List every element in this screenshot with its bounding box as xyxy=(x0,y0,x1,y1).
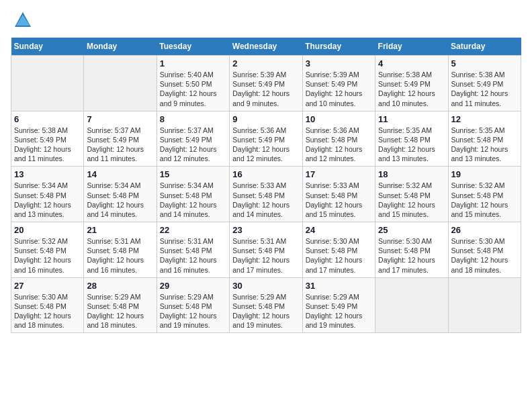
calendar-cell: 12Sunrise: 5:35 AMSunset: 5:48 PMDayligh… xyxy=(448,111,521,167)
day-info: Sunrise: 5:38 AMSunset: 5:49 PMDaylight:… xyxy=(451,70,518,108)
day-info: Sunrise: 5:35 AMSunset: 5:48 PMDaylight:… xyxy=(378,126,445,164)
day-number: 2 xyxy=(232,58,299,68)
day-info: Sunrise: 5:36 AMSunset: 5:49 PMDaylight:… xyxy=(232,126,299,164)
day-info: Sunrise: 5:32 AMSunset: 5:48 PMDaylight:… xyxy=(451,181,518,219)
calendar-cell: 14Sunrise: 5:34 AMSunset: 5:48 PMDayligh… xyxy=(84,167,157,222)
calendar-cell: 23Sunrise: 5:31 AMSunset: 5:48 PMDayligh… xyxy=(230,222,302,278)
calendar-cell: 13Sunrise: 5:34 AMSunset: 5:48 PMDayligh… xyxy=(11,167,84,222)
calendar-table: SundayMondayTuesdayWednesdayThursdayFrid… xyxy=(11,38,521,333)
day-number: 3 xyxy=(306,58,372,68)
day-number: 8 xyxy=(160,114,226,124)
day-number: 26 xyxy=(451,225,518,235)
day-info: Sunrise: 5:30 AMSunset: 5:48 PMDaylight:… xyxy=(451,236,518,275)
calendar-cell: 9Sunrise: 5:36 AMSunset: 5:49 PMDaylight… xyxy=(230,111,302,167)
col-header-sunday: Sunday xyxy=(11,38,84,56)
day-number: 30 xyxy=(232,281,299,291)
calendar-cell: 19Sunrise: 5:32 AMSunset: 5:48 PMDayligh… xyxy=(448,167,521,222)
calendar-cell xyxy=(448,277,521,333)
calendar-cell: 4Sunrise: 5:38 AMSunset: 5:49 PMDaylight… xyxy=(375,56,448,111)
day-info: Sunrise: 5:32 AMSunset: 5:48 PMDaylight:… xyxy=(378,181,445,219)
calendar-cell: 10Sunrise: 5:36 AMSunset: 5:48 PMDayligh… xyxy=(302,111,375,167)
calendar-cell: 16Sunrise: 5:33 AMSunset: 5:48 PMDayligh… xyxy=(230,167,302,222)
day-info: Sunrise: 5:34 AMSunset: 5:48 PMDaylight:… xyxy=(160,181,226,219)
logo xyxy=(11,11,32,30)
day-info: Sunrise: 5:31 AMSunset: 5:48 PMDaylight:… xyxy=(160,236,226,275)
day-number: 25 xyxy=(378,225,445,235)
day-info: Sunrise: 5:31 AMSunset: 5:48 PMDaylight:… xyxy=(232,236,299,275)
day-number: 12 xyxy=(451,114,518,124)
day-number: 14 xyxy=(87,169,153,179)
day-info: Sunrise: 5:31 AMSunset: 5:48 PMDaylight:… xyxy=(87,236,153,275)
calendar-cell: 25Sunrise: 5:30 AMSunset: 5:48 PMDayligh… xyxy=(375,222,448,278)
day-info: Sunrise: 5:37 AMSunset: 5:49 PMDaylight:… xyxy=(160,126,226,164)
calendar-cell: 27Sunrise: 5:30 AMSunset: 5:48 PMDayligh… xyxy=(11,277,84,333)
calendar-cell: 21Sunrise: 5:31 AMSunset: 5:48 PMDayligh… xyxy=(84,222,157,278)
day-number: 4 xyxy=(378,58,445,68)
calendar-cell: 31Sunrise: 5:29 AMSunset: 5:49 PMDayligh… xyxy=(302,277,375,333)
day-number: 23 xyxy=(232,225,299,235)
calendar-cell: 24Sunrise: 5:30 AMSunset: 5:48 PMDayligh… xyxy=(302,222,375,278)
day-number: 31 xyxy=(306,281,372,291)
calendar-cell: 3Sunrise: 5:39 AMSunset: 5:49 PMDaylight… xyxy=(302,56,375,111)
day-number: 16 xyxy=(232,169,299,179)
calendar-cell: 6Sunrise: 5:38 AMSunset: 5:49 PMDaylight… xyxy=(11,111,84,167)
calendar-cell: 22Sunrise: 5:31 AMSunset: 5:48 PMDayligh… xyxy=(157,222,229,278)
day-info: Sunrise: 5:33 AMSunset: 5:48 PMDaylight:… xyxy=(232,181,299,219)
calendar-cell: 11Sunrise: 5:35 AMSunset: 5:48 PMDayligh… xyxy=(375,111,448,167)
day-info: Sunrise: 5:40 AMSunset: 5:50 PMDaylight:… xyxy=(160,70,226,108)
calendar-cell: 29Sunrise: 5:29 AMSunset: 5:48 PMDayligh… xyxy=(157,277,229,333)
day-number: 29 xyxy=(160,281,226,291)
day-number: 17 xyxy=(306,169,372,179)
week-row-4: 27Sunrise: 5:30 AMSunset: 5:48 PMDayligh… xyxy=(11,277,521,333)
calendar-cell xyxy=(375,277,448,333)
day-info: Sunrise: 5:29 AMSunset: 5:49 PMDaylight:… xyxy=(306,292,372,330)
calendar-cell: 2Sunrise: 5:39 AMSunset: 5:49 PMDaylight… xyxy=(230,56,302,111)
day-info: Sunrise: 5:30 AMSunset: 5:48 PMDaylight:… xyxy=(378,236,445,275)
day-info: Sunrise: 5:30 AMSunset: 5:48 PMDaylight:… xyxy=(14,292,81,330)
day-number: 18 xyxy=(378,169,445,179)
calendar-cell: 26Sunrise: 5:30 AMSunset: 5:48 PMDayligh… xyxy=(448,222,521,278)
logo-icon xyxy=(13,11,32,30)
page-header xyxy=(11,11,521,30)
day-number: 24 xyxy=(306,225,372,235)
calendar-cell: 28Sunrise: 5:29 AMSunset: 5:48 PMDayligh… xyxy=(84,277,157,333)
day-info: Sunrise: 5:37 AMSunset: 5:49 PMDaylight:… xyxy=(87,126,153,164)
week-row-3: 20Sunrise: 5:32 AMSunset: 5:48 PMDayligh… xyxy=(11,222,521,278)
calendar-cell: 5Sunrise: 5:38 AMSunset: 5:49 PMDaylight… xyxy=(448,56,521,111)
calendar-cell: 15Sunrise: 5:34 AMSunset: 5:48 PMDayligh… xyxy=(157,167,229,222)
calendar-cell: 17Sunrise: 5:33 AMSunset: 5:48 PMDayligh… xyxy=(302,167,375,222)
week-row-0: 1Sunrise: 5:40 AMSunset: 5:50 PMDaylight… xyxy=(11,56,521,111)
day-info: Sunrise: 5:38 AMSunset: 5:49 PMDaylight:… xyxy=(378,70,445,108)
day-number: 6 xyxy=(14,114,81,124)
day-number: 28 xyxy=(87,281,153,291)
day-info: Sunrise: 5:35 AMSunset: 5:48 PMDaylight:… xyxy=(451,126,518,164)
day-number: 21 xyxy=(87,225,153,235)
day-number: 5 xyxy=(451,58,518,68)
calendar-cell xyxy=(11,56,84,111)
calendar-cell: 30Sunrise: 5:29 AMSunset: 5:48 PMDayligh… xyxy=(230,277,302,333)
day-info: Sunrise: 5:34 AMSunset: 5:48 PMDaylight:… xyxy=(14,181,81,219)
day-info: Sunrise: 5:39 AMSunset: 5:49 PMDaylight:… xyxy=(232,70,299,108)
week-row-2: 13Sunrise: 5:34 AMSunset: 5:48 PMDayligh… xyxy=(11,167,521,222)
day-info: Sunrise: 5:32 AMSunset: 5:48 PMDaylight:… xyxy=(14,236,81,275)
col-header-wednesday: Wednesday xyxy=(230,38,302,56)
day-number: 27 xyxy=(14,281,81,291)
week-row-1: 6Sunrise: 5:38 AMSunset: 5:49 PMDaylight… xyxy=(11,111,521,167)
calendar-cell: 18Sunrise: 5:32 AMSunset: 5:48 PMDayligh… xyxy=(375,167,448,222)
day-info: Sunrise: 5:39 AMSunset: 5:49 PMDaylight:… xyxy=(306,70,372,108)
day-info: Sunrise: 5:38 AMSunset: 5:49 PMDaylight:… xyxy=(14,126,81,164)
day-number: 19 xyxy=(451,169,518,179)
day-info: Sunrise: 5:29 AMSunset: 5:48 PMDaylight:… xyxy=(87,292,153,330)
day-info: Sunrise: 5:29 AMSunset: 5:48 PMDaylight:… xyxy=(160,292,226,330)
calendar-cell xyxy=(84,56,157,111)
day-number: 13 xyxy=(14,169,81,179)
day-number: 11 xyxy=(378,114,445,124)
day-info: Sunrise: 5:29 AMSunset: 5:48 PMDaylight:… xyxy=(232,292,299,330)
col-header-tuesday: Tuesday xyxy=(157,38,229,56)
calendar-cell: 7Sunrise: 5:37 AMSunset: 5:49 PMDaylight… xyxy=(84,111,157,167)
day-number: 20 xyxy=(14,225,81,235)
day-info: Sunrise: 5:33 AMSunset: 5:48 PMDaylight:… xyxy=(306,181,372,219)
col-header-thursday: Thursday xyxy=(302,38,375,56)
calendar-cell: 20Sunrise: 5:32 AMSunset: 5:48 PMDayligh… xyxy=(11,222,84,278)
calendar-cell: 1Sunrise: 5:40 AMSunset: 5:50 PMDaylight… xyxy=(157,56,229,111)
